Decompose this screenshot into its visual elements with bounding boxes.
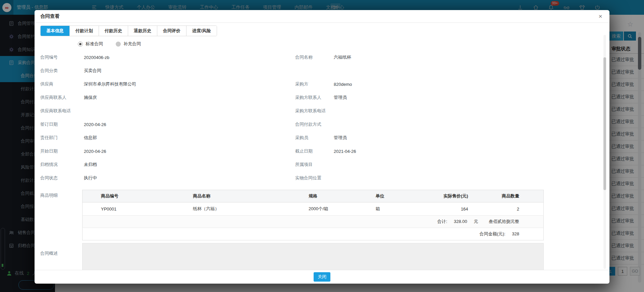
- close-icon[interactable]: ×: [596, 12, 605, 21]
- col-product-no: 商品编号: [83, 190, 175, 202]
- field-label-buyer: 采购员: [295, 135, 334, 141]
- product-detail-section: 商品明细 商品编号 商品名称 规格 单位 实际售价(元) 商品数量 YP0001…: [40, 190, 609, 240]
- field-label-physical-location: 实物合同位置: [295, 175, 334, 181]
- field-label-contract-name: 合同名称: [295, 54, 334, 60]
- field-label-signing-date: 签订日期: [40, 121, 84, 127]
- total-amount: 328.00: [454, 219, 467, 224]
- col-product-name: 商品名称: [174, 190, 299, 202]
- field-value-start-date: 2020-04-26: [84, 149, 295, 154]
- cell-product-no: YP0001: [83, 202, 175, 216]
- field-label-contract-status: 合同状态: [40, 175, 84, 181]
- modal-body: 标准合同 补充合同 合同编号 20200406-zb 合同名称 六福纸杯 合同分…: [35, 34, 609, 270]
- radio-supplementary-contract[interactable]: 补充合同: [116, 41, 141, 47]
- field-value-buyer: 管理员: [334, 135, 609, 141]
- table-row: YP0001 纸杯（六福） 2000个/箱 箱 164 2: [83, 202, 544, 216]
- radio-checked-icon[interactable]: [78, 42, 83, 47]
- field-label-payment-method: 合同付款方式: [295, 121, 334, 127]
- product-detail-table: 商品编号 商品名称 规格 单位 实际售价(元) 商品数量 YP0001 纸杯（六…: [82, 190, 544, 240]
- field-label-project: 所属项目: [295, 162, 334, 168]
- field-value-archive-status: 未归档: [84, 162, 295, 168]
- contract-amount-value: 328: [512, 231, 519, 236]
- field-label-purchaser-contact: 采购方联系人: [295, 95, 334, 101]
- radio-unchecked-icon[interactable]: [116, 42, 121, 47]
- cell-actual-price: 164: [419, 202, 476, 216]
- modal-header: 合同查看: [35, 10, 609, 23]
- contract-overview-textarea[interactable]: [82, 243, 544, 270]
- field-label-contract-no: 合同编号: [40, 54, 84, 60]
- field-value-end-date: 2021-04-26: [334, 149, 609, 154]
- field-value-signing-date: 2020-04-26: [84, 122, 295, 127]
- field-label-overview: 合同概述: [40, 243, 82, 270]
- table-header-row: 商品编号 商品名称 规格 单位 实际售价(元) 商品数量: [83, 190, 544, 202]
- contract-overview-section: 合同概述: [40, 243, 609, 270]
- total-unit: 元: [474, 219, 478, 224]
- radio-standard-contract[interactable]: 标准合同: [78, 41, 103, 47]
- field-label-purchaser: 采购方: [295, 81, 334, 87]
- cell-unit: 箱: [366, 202, 419, 216]
- col-unit: 单位: [366, 190, 419, 202]
- contract-form: 标准合同 补充合同 合同编号 20200406-zb 合同名称 六福纸杯 合同分…: [40, 37, 609, 185]
- close-button[interactable]: 关闭: [314, 272, 330, 282]
- field-label-supplier-contact: 供应商联系人: [40, 95, 84, 101]
- field-label-responsible-dept: 责任部门: [40, 135, 84, 141]
- modal-title: 合同查看: [40, 13, 60, 19]
- contract-type-radios: 标准合同 补充合同: [78, 41, 609, 47]
- cell-quantity: 2: [476, 202, 544, 216]
- modal-footer: 关闭: [35, 270, 609, 284]
- field-value-contract-no: 20200406-zb: [84, 55, 295, 60]
- field-value-contract-category: 买卖合同: [84, 68, 295, 74]
- col-actual-price: 实际售价(元): [419, 190, 476, 202]
- table-amount-row: 合同金额(元): 328: [83, 228, 544, 240]
- field-label-archive-status: 归档情况: [40, 162, 84, 168]
- col-quantity: 商品数量: [476, 190, 544, 202]
- field-label-purchaser-phone: 采购方联系电话: [295, 108, 334, 114]
- cell-spec: 2000个/箱: [299, 202, 366, 216]
- field-label-supplier-phone: 供应商联系电话: [40, 108, 84, 114]
- field-label-product-detail: 商品明细: [40, 190, 82, 240]
- field-value-contract-status: 执行中: [84, 175, 295, 181]
- field-value-contract-name: 六福纸杯: [334, 54, 609, 60]
- total-label: 合计:: [437, 219, 447, 224]
- field-label-supplier: 供应商: [40, 81, 84, 87]
- field-value-purchaser: 820demo: [334, 82, 609, 87]
- field-label-contract-category: 合同分类: [40, 68, 84, 74]
- total-caps: 叁佰贰拾捌元整: [489, 219, 519, 224]
- modal-scrollbar-thumb[interactable]: [603, 57, 606, 190]
- field-value-purchaser-contact: 管理员: [334, 95, 609, 101]
- table-total-row: 合计: 328.00 元 叁佰贰拾捌元整: [83, 216, 544, 228]
- field-value-responsible-dept: 信息部: [84, 135, 295, 141]
- field-value-supplier-contact: 施保庆: [84, 95, 295, 101]
- cell-product-name: 纸杯（六福）: [174, 202, 299, 216]
- screen: ∞ 管理员 - 信息部 快捷方式 个人办公 审批流转 工作中心 工作任务 项目管…: [0, 0, 644, 292]
- field-label-end-date: 截止日期: [295, 148, 334, 154]
- col-spec: 规格: [299, 190, 366, 202]
- field-label-start-date: 开始日期: [40, 148, 84, 154]
- contract-view-modal: 合同查看 × 基本信息 付款计划 付款历史 退款历史 合同评价 进度/风险 标准…: [35, 10, 609, 284]
- contract-amount-label: 合同金额(元):: [479, 231, 505, 236]
- field-value-supplier: 深圳市卓尔昇科技有限公司: [84, 81, 295, 87]
